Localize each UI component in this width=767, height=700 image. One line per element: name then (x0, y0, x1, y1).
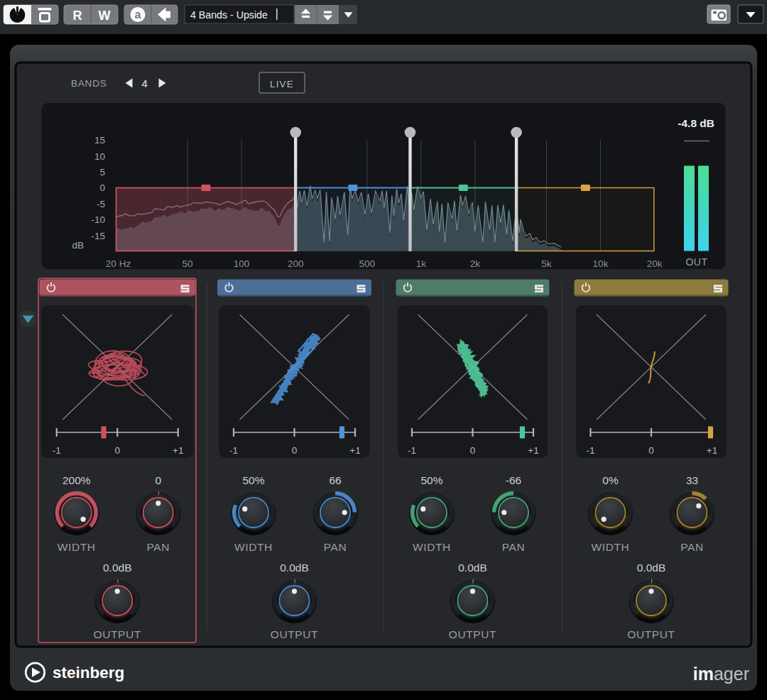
svg-text:4 Bands - Upside: 4 Bands - Upside (190, 9, 268, 21)
svg-text:0: 0 (114, 445, 120, 456)
svg-text:W: W (99, 9, 111, 23)
svg-text:PAN: PAN (680, 541, 704, 553)
svg-text:dB: dB (72, 240, 84, 251)
svg-text:imager: imager (693, 664, 749, 684)
svg-text:OUTPUT: OUTPUT (271, 628, 318, 640)
svg-text:200: 200 (288, 258, 304, 269)
svg-text:0.0dB: 0.0dB (103, 562, 132, 574)
svg-text:5: 5 (99, 167, 105, 177)
svg-text:WIDTH: WIDTH (413, 541, 451, 553)
svg-text:a: a (135, 9, 141, 21)
svg-text:steinberg: steinberg (53, 664, 124, 682)
svg-text:WIDTH: WIDTH (234, 541, 273, 553)
svg-text:0.0dB: 0.0dB (637, 562, 666, 574)
svg-text:0: 0 (292, 445, 298, 456)
svg-text:WIDTH: WIDTH (592, 541, 630, 553)
svg-text:OUTPUT: OUTPUT (94, 628, 141, 640)
svg-text:OUTPUT: OUTPUT (627, 628, 675, 640)
svg-text:200%: 200% (62, 474, 91, 486)
svg-text:50: 50 (183, 258, 193, 269)
svg-text:-1: -1 (229, 445, 238, 456)
svg-text:33: 33 (686, 474, 698, 486)
svg-text:10: 10 (94, 151, 105, 162)
svg-text:PAN: PAN (146, 541, 170, 553)
svg-text:-1: -1 (586, 445, 594, 456)
svg-text:LIVE: LIVE (270, 79, 294, 89)
svg-text:15: 15 (94, 135, 105, 146)
svg-text:-10: -10 (91, 214, 105, 225)
svg-text:PAN: PAN (502, 541, 526, 553)
svg-text:0%: 0% (602, 474, 619, 486)
svg-text:+1: +1 (349, 445, 360, 456)
svg-text:50%: 50% (420, 474, 442, 486)
svg-text:0: 0 (648, 445, 654, 456)
svg-text:10k: 10k (593, 258, 609, 269)
svg-text:-15: -15 (91, 231, 105, 241)
svg-text:66: 66 (329, 474, 341, 486)
svg-text:20 Hz: 20 Hz (106, 258, 131, 269)
svg-text:0: 0 (99, 182, 105, 193)
svg-text:-5: -5 (97, 199, 105, 209)
svg-text:-66: -66 (506, 474, 521, 486)
svg-text:0: 0 (155, 474, 161, 486)
svg-text:PAN: PAN (324, 541, 347, 553)
svg-text:0: 0 (470, 445, 476, 456)
svg-text:-1: -1 (408, 445, 416, 456)
svg-text:0.0dB: 0.0dB (458, 562, 487, 574)
svg-text:50%: 50% (242, 474, 264, 486)
svg-text:5k: 5k (541, 258, 552, 269)
svg-text:+1: +1 (528, 445, 538, 456)
svg-text:BANDS: BANDS (71, 78, 107, 89)
svg-text:+1: +1 (707, 445, 717, 456)
svg-text:-1: -1 (53, 445, 61, 456)
svg-text:OUTPUT: OUTPUT (449, 628, 496, 640)
svg-text:4: 4 (141, 77, 148, 89)
svg-text:WIDTH: WIDTH (58, 541, 96, 553)
svg-text:R: R (73, 9, 82, 23)
svg-text:2k: 2k (470, 258, 481, 269)
svg-text:OUT: OUT (685, 256, 707, 268)
svg-text:100: 100 (234, 258, 250, 269)
svg-text:0.0dB: 0.0dB (280, 562, 309, 574)
svg-text:1k: 1k (416, 258, 427, 269)
svg-text:+1: +1 (173, 445, 183, 456)
svg-text:500: 500 (359, 258, 376, 269)
svg-text:-4.8 dB: -4.8 dB (678, 117, 714, 129)
svg-text:20k: 20k (647, 258, 663, 269)
